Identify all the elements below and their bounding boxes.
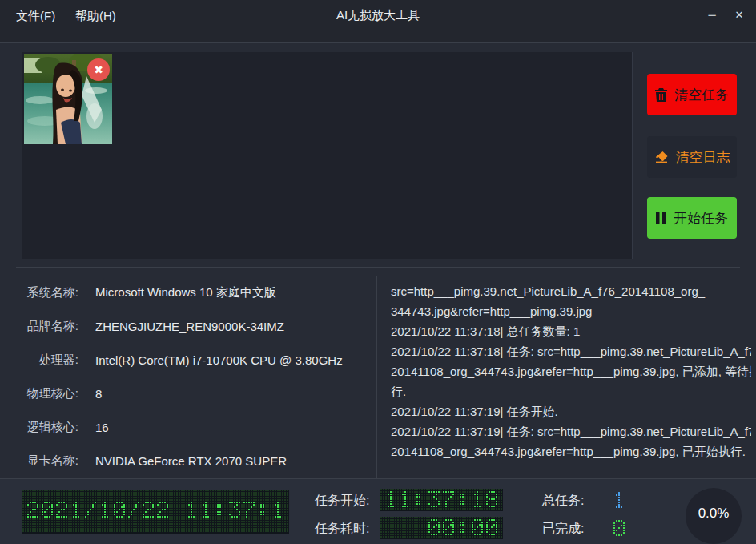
system-info-row: 处理器: Intel(R) Core(TM) i7-10700K CPU @ 3…	[16, 343, 368, 377]
log-line: 2021/10/22 11:37:18| 任务: src=http___pimg…	[391, 341, 751, 361]
app-window: 文件(F) 帮助(H) AI无损放大工具 ─ ✕	[0, 0, 756, 544]
close-button[interactable]: ✕	[727, 5, 751, 24]
section-divider	[16, 267, 740, 268]
vertical-divider	[376, 276, 377, 478]
system-info-row: 品牌名称: ZHENGJIUZHE_REN9000K-34IMZ	[16, 309, 368, 343]
log-line: 2021/10/22 11:37:18| 总任务数量: 1	[391, 321, 751, 341]
task-list-panel[interactable]: ✖	[22, 52, 633, 259]
sys-value: Intel(R) Core(TM) i7-10700K CPU @ 3.80GH…	[95, 353, 343, 367]
trash-icon	[655, 88, 667, 102]
task-thumbnail[interactable]: ✖	[24, 54, 112, 144]
sys-label: 处理器:	[16, 353, 78, 368]
start-tasks-label: 开始任务	[674, 209, 728, 228]
log-line: 20141108_org_344743.jpg&refer=http___pim…	[391, 441, 751, 461]
log-line: 行.	[391, 381, 751, 401]
log-line: 2021/10/22 11:37:19| 任务开始.	[391, 401, 751, 421]
clock-led-display	[22, 490, 289, 534]
sys-label: 逻辑核心:	[16, 420, 78, 435]
sys-label: 物理核心:	[16, 386, 78, 401]
total-tasks-label: 总任务:	[542, 493, 584, 510]
task-start-led-display	[380, 489, 503, 511]
task-elapsed-led-display	[380, 517, 503, 539]
task-elapsed-label: 任务耗时:	[315, 521, 369, 538]
minimize-button[interactable]: ─	[700, 5, 724, 24]
sys-label: 系统名称:	[16, 285, 78, 300]
window-title: AI无损放大工具	[0, 8, 756, 23]
system-info-row: 显卡名称: NVIDIA GeForce RTX 2070 SUPER	[16, 444, 368, 478]
clear-tasks-label: 清空任务	[674, 86, 729, 104]
clear-logs-button[interactable]: 清空日志	[647, 136, 737, 178]
task-start-label: 任务开始:	[315, 493, 369, 510]
system-info-row: 系统名称: Microsoft Windows 10 家庭中文版	[16, 276, 368, 309]
eraser-icon	[654, 151, 669, 163]
progress-percent: 0.0%	[698, 506, 730, 522]
progress-indicator: 0.0%	[686, 488, 742, 544]
clear-logs-label: 清空日志	[676, 148, 730, 167]
system-info-row: 物理核心: 8	[16, 377, 368, 410]
sys-value: NVIDIA GeForce RTX 2070 SUPER	[95, 454, 287, 468]
sys-value: 8	[95, 387, 102, 401]
system-info-row: 逻辑核心: 16	[16, 410, 368, 444]
completed-tasks-label: 已完成:	[542, 521, 584, 538]
sys-label: 品牌名称:	[16, 319, 78, 334]
log-panel[interactable]: src=http___pimg.39.net_PictureLib_A_f76_…	[391, 281, 751, 473]
completed-tasks-led-value	[613, 520, 625, 537]
log-line: src=http___pimg.39.net_PictureLib_A_f76_…	[391, 281, 751, 301]
sys-value: Microsoft Windows 10 家庭中文版	[95, 285, 276, 300]
system-info-panel: 系统名称: Microsoft Windows 10 家庭中文版 品牌名称: Z…	[16, 276, 368, 478]
title-bar: 文件(F) 帮助(H) AI无损放大工具 ─ ✕	[0, 0, 756, 43]
log-line: 2021/10/22 11:37:19| 任务: src=http___pimg…	[391, 421, 751, 441]
remove-task-button[interactable]: ✖	[87, 58, 110, 81]
sys-value: 16	[95, 421, 109, 434]
log-line: 20141108_org_344743.jpg&refer=http___pim…	[391, 361, 751, 381]
total-tasks-led-value	[613, 492, 625, 509]
pause-icon	[656, 212, 666, 224]
sys-label: 显卡名称:	[16, 453, 78, 469]
status-bar: 任务开始: 任务耗时: 总任务: 已完成: 0.0%	[0, 478, 756, 544]
log-line: 344743.jpg&refer=http___pimg.39.jpg	[391, 301, 751, 321]
start-tasks-button[interactable]: 开始任务	[647, 197, 737, 239]
clear-tasks-button[interactable]: 清空任务	[647, 74, 737, 115]
sys-value: ZHENGJIUZHE_REN9000K-34IMZ	[95, 320, 284, 333]
